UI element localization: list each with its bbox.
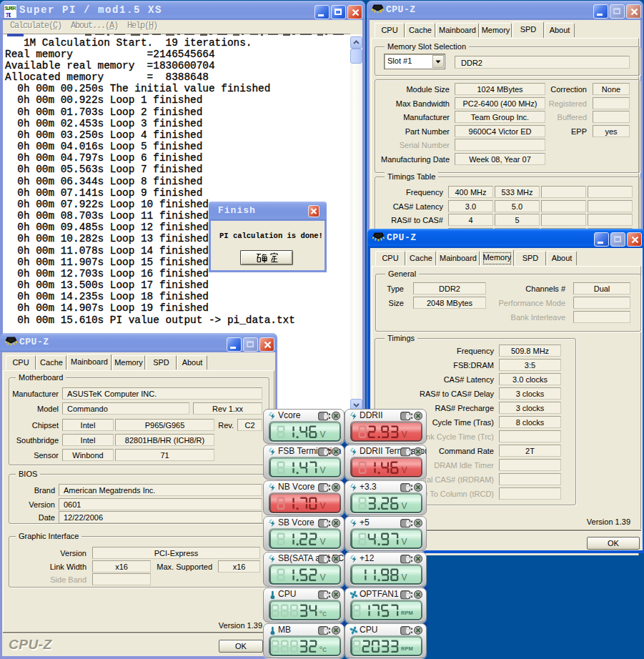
svg-text:V: V xyxy=(401,536,407,546)
svg-text:V: V xyxy=(319,465,325,475)
svg-text:V: V xyxy=(401,465,407,475)
svg-text:π: π xyxy=(6,9,11,18)
svg-text:RPM: RPM xyxy=(401,610,413,616)
svg-text:V: V xyxy=(319,536,325,546)
svg-text:RPM: RPM xyxy=(401,645,413,652)
svg-text:V: V xyxy=(401,500,407,510)
svg-text:°c: °c xyxy=(319,644,327,653)
svg-text:V: V xyxy=(401,572,407,582)
svg-text:V: V xyxy=(319,572,325,582)
svg-text:V: V xyxy=(319,500,325,510)
svg-text:°c: °c xyxy=(319,608,327,617)
svg-text:V: V xyxy=(401,429,407,439)
svg-text:V: V xyxy=(319,429,325,439)
